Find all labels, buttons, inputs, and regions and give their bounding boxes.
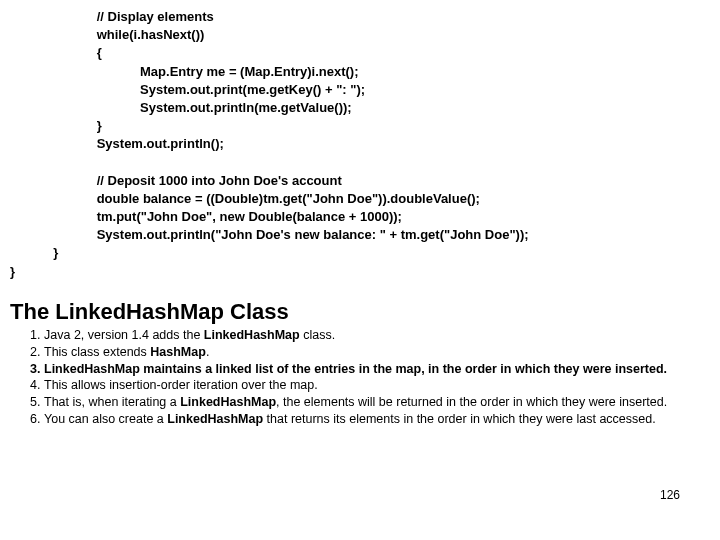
code-line: System.out.println(me.getValue()); bbox=[10, 100, 352, 115]
code-line: // Deposit 1000 into John Doe's account bbox=[10, 173, 342, 188]
code-line: double balance = ((Double)tm.get("John D… bbox=[10, 191, 480, 206]
code-line: { bbox=[10, 45, 102, 60]
list-item: This allows insertion-order iteration ov… bbox=[44, 377, 710, 394]
code-line: // Display elements bbox=[10, 9, 214, 24]
code-line: while(i.hasNext()) bbox=[10, 27, 204, 42]
code-block: // Display elements while(i.hasNext()) {… bbox=[10, 8, 710, 281]
code-line: tm.put("John Doe", new Double(balance + … bbox=[10, 209, 402, 224]
code-line: } bbox=[10, 264, 15, 279]
list-item-text: LinkedHashMap maintains a linked list of… bbox=[44, 362, 667, 376]
code-line: Map.Entry me = (Map.Entry)i.next(); bbox=[10, 64, 359, 79]
list-item: That is, when iterating a LinkedHashMap,… bbox=[44, 394, 710, 411]
list-item: Java 2, version 1.4 adds the LinkedHashM… bbox=[44, 327, 710, 344]
list-item: This class extends HashMap. bbox=[44, 344, 710, 361]
code-line: } bbox=[10, 118, 102, 133]
code-line: System.out.println("John Doe's new balan… bbox=[10, 227, 529, 242]
page-number: 126 bbox=[660, 488, 680, 502]
code-line: } bbox=[10, 245, 58, 260]
list-item: You can also create a LinkedHashMap that… bbox=[44, 411, 710, 428]
list-item: LinkedHashMap maintains a linked list of… bbox=[44, 361, 710, 378]
section-heading: The LinkedHashMap Class bbox=[10, 299, 710, 325]
feature-list: Java 2, version 1.4 adds the LinkedHashM… bbox=[10, 327, 710, 428]
code-line: System.out.print(me.getKey() + ": "); bbox=[10, 82, 365, 97]
code-line: System.out.println(); bbox=[10, 136, 224, 151]
